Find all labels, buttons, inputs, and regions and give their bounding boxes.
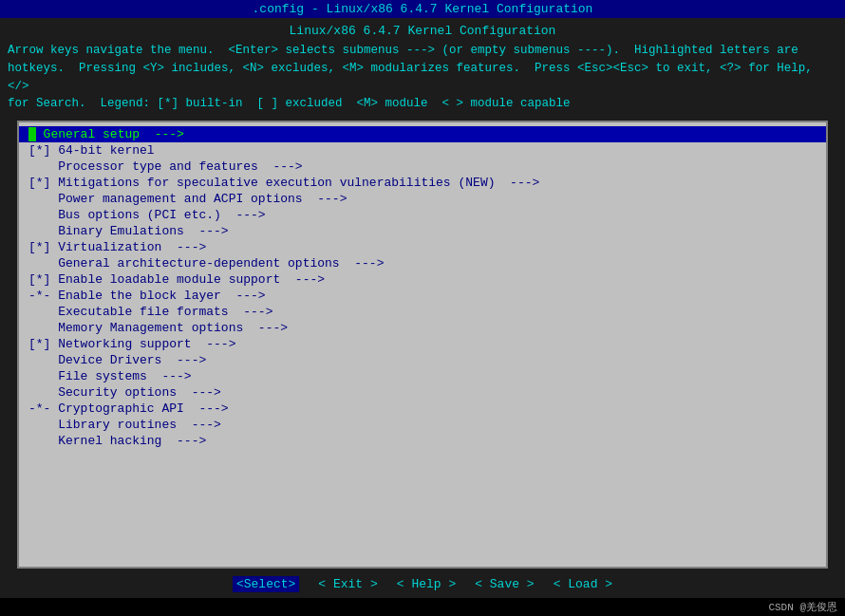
menu-item[interactable]: Kernel hacking ---> [19, 433, 826, 449]
menu-item[interactable]: [*] Mitigations for speculative executio… [19, 175, 826, 191]
menu-item[interactable]: Security options ---> [19, 384, 826, 401]
footer-bar: <Select> < Exit > < Help > < Save > < Lo… [0, 569, 845, 598]
menu-item[interactable]: -*- Cryptographic API ---> [19, 401, 826, 417]
menu-item[interactable]: Processor type and features ---> [19, 159, 826, 175]
menu-item[interactable]: [*] Virtualization ---> [19, 239, 826, 255]
menu-item[interactable]: General setup ---> [19, 126, 826, 142]
main-area: Linux/x86 6.4.7 Kernel Configuration Arr… [0, 18, 845, 569]
menu-item[interactable]: -*- Enable the block layer ---> [19, 288, 826, 304]
menu-item[interactable]: Memory Management options ---> [19, 320, 826, 336]
save-button[interactable]: < Save > [475, 577, 534, 591]
window: .config - Linux/x86 6.4.7 Kernel Configu… [0, 0, 845, 616]
menu-item[interactable]: Library routines ---> [19, 417, 826, 433]
menu-item[interactable]: [*] Networking support ---> [19, 336, 826, 352]
title-bar: .config - Linux/x86 6.4.7 Kernel Configu… [0, 0, 845, 18]
menu-box[interactable]: General setup --->[*] 64-bit kernel Proc… [17, 121, 828, 569]
menu-item[interactable]: General architecture-dependent options -… [19, 255, 826, 271]
watermark: CSDN @羌俊恩 [0, 598, 845, 616]
menu-item[interactable]: Binary Emulations ---> [19, 223, 826, 239]
menu-item[interactable]: File systems ---> [19, 368, 826, 384]
select-button[interactable]: <Select> [233, 576, 299, 592]
menu-item[interactable]: [*] Enable loadable module support ---> [19, 271, 826, 288]
menu-item[interactable]: Power management and ACPI options ---> [19, 191, 826, 207]
menu-item[interactable]: Device Drivers ---> [19, 352, 826, 368]
header-title: Linux/x86 6.4.7 Kernel Configuration [8, 24, 837, 38]
exit-button[interactable]: < Exit > [318, 577, 377, 591]
menu-item[interactable]: Executable file formats ---> [19, 304, 826, 320]
menu-item[interactable]: [*] 64-bit kernel [19, 142, 826, 159]
load-button[interactable]: < Load > [554, 577, 612, 591]
menu-item[interactable]: Bus options (PCI etc.) ---> [19, 207, 826, 223]
window-title: .config - Linux/x86 6.4.7 Kernel Configu… [253, 2, 593, 16]
help-button[interactable]: < Help > [397, 577, 456, 591]
help-text: Arrow keys navigate the menu. <Enter> se… [8, 42, 837, 113]
